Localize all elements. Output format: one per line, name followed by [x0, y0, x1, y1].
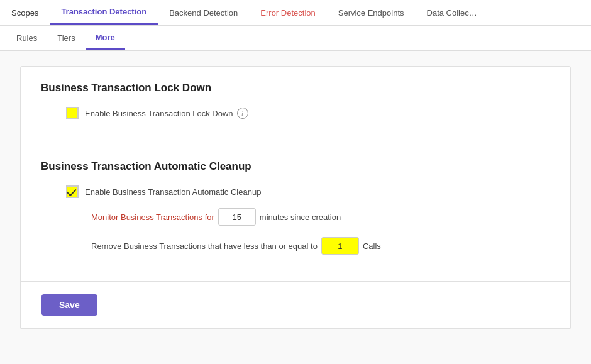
top-nav: Scopes Transaction Detection Backend Det… [0, 0, 591, 26]
cleanup-checkbox-label[interactable]: Enable Business Transaction Automatic Cl… [66, 185, 261, 198]
tab-rules[interactable]: Rules [6, 26, 47, 50]
cleanup-title: Business Transaction Automatic Cleanup [41, 160, 550, 173]
tab-service-endpoints[interactable]: Service Endpoints [327, 0, 416, 25]
tab-more[interactable]: More [86, 26, 125, 50]
remove-value-input[interactable] [321, 237, 359, 255]
lock-down-label-text: Enable Business Transaction Lock Down [85, 109, 233, 118]
remove-suffix: Calls [363, 241, 381, 251]
lock-down-section: Business Transaction Lock Down Enable Bu… [21, 67, 570, 145]
monitor-value-input[interactable] [218, 208, 256, 226]
tab-transaction-detection[interactable]: Transaction Detection [50, 0, 158, 25]
main-content: Business Transaction Lock Down Enable Bu… [0, 51, 591, 364]
lock-down-checkbox-label[interactable]: Enable Business Transaction Lock Down [66, 107, 233, 119]
remove-label: Remove Business Transactions that have l… [91, 241, 318, 251]
save-button[interactable]: Save [41, 294, 97, 316]
cleanup-checkbox-row: Enable Business Transaction Automatic Cl… [66, 185, 550, 198]
content-wrapper: Business Transaction Lock Down Enable Bu… [20, 66, 571, 329]
cleanup-label-text: Enable Business Transaction Automatic Cl… [85, 187, 261, 197]
monitor-suffix: minutes since creation [260, 212, 341, 222]
tab-tiers[interactable]: Tiers [47, 26, 85, 50]
sub-nav: Rules Tiers More [0, 26, 591, 51]
tab-scopes[interactable]: Scopes [0, 0, 50, 25]
cleanup-checkbox[interactable] [66, 185, 79, 198]
monitor-label: Monitor Business Transactions for [91, 212, 214, 222]
tab-error-detection[interactable]: Error Detection [249, 0, 326, 25]
lock-down-info-icon[interactable]: i [237, 108, 248, 119]
save-section: Save [21, 282, 570, 329]
lock-down-checkbox-row: Enable Business Transaction Lock Down i [66, 107, 550, 119]
lock-down-checkbox[interactable] [66, 107, 79, 119]
monitor-row: Monitor Business Transactions for minute… [91, 208, 550, 226]
lock-down-title: Business Transaction Lock Down [41, 82, 550, 94]
tab-backend-detection[interactable]: Backend Detection [158, 0, 249, 25]
tab-data-collect[interactable]: Data Collec… [416, 0, 489, 25]
remove-row: Remove Business Transactions that have l… [91, 237, 550, 255]
cleanup-section: Business Transaction Automatic Cleanup E… [21, 145, 570, 281]
